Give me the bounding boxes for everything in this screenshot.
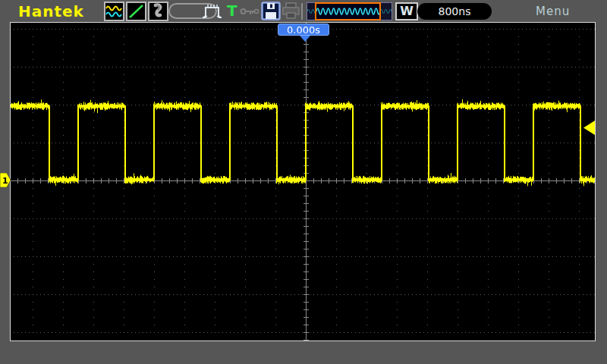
pulse-width-icon [201, 3, 224, 20]
display-area [10, 22, 596, 341]
channel-waveforms-icon[interactable] [104, 2, 124, 21]
channel1-marker-label: 1 [2, 176, 8, 186]
print-icon [281, 2, 300, 20]
waveform-preview[interactable] [307, 2, 392, 20]
trigger-type-icon: T [227, 2, 237, 20]
preview-bright-wave [316, 4, 379, 19]
brand-logo: Hantek [18, 2, 84, 20]
timebase-readout: 800ns [417, 3, 492, 20]
menu-button[interactable]: Menu [536, 5, 570, 18]
trigger-position-pointer-icon[interactable] [300, 36, 310, 42]
keylock-icon [240, 6, 259, 17]
trigger-level-arrow-icon[interactable] [583, 121, 595, 138]
bottom-bar: DC 20 2.00V CH1 2.72V 500.045KHz 5-Dec-1… [0, 341, 607, 364]
channel1-ground-marker[interactable]: 1 [0, 173, 11, 190]
hand-icon[interactable] [148, 2, 168, 21]
save-disk-icon[interactable] [261, 2, 281, 20]
topbar-divider [301, 3, 303, 20]
w-mode-badge[interactable]: W [395, 2, 418, 20]
trigger-position-tab[interactable]: 0.000s [278, 24, 329, 36]
timebase-value: 800ns [439, 5, 471, 17]
measure-line-icon[interactable] [126, 2, 146, 21]
waveform-grid-canvas [11, 23, 595, 340]
top-bar: Hantek T [0, 0, 607, 23]
preview-window[interactable] [315, 2, 381, 20]
oscilloscope-ui: Hantek T [0, 0, 607, 364]
